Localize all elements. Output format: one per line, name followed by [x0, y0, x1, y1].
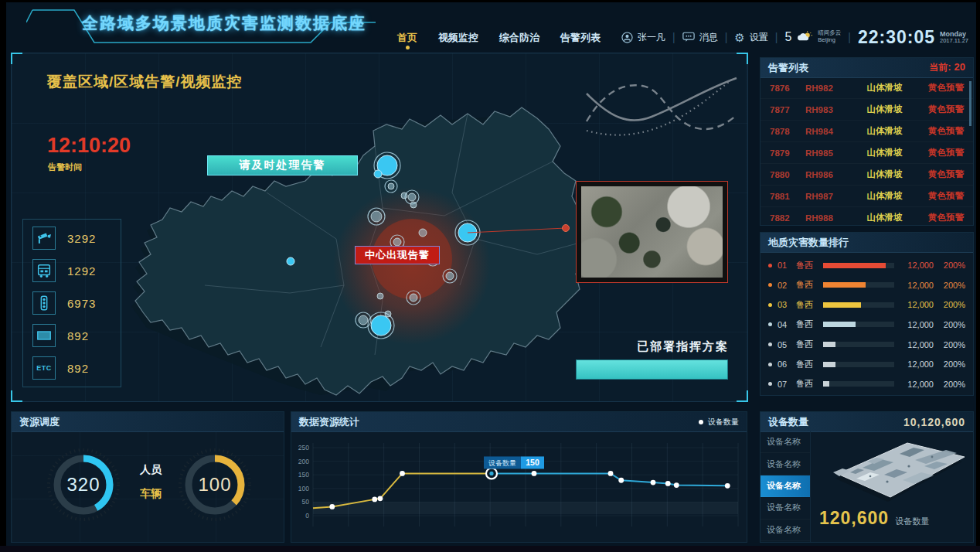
rank-dot-icon: [768, 303, 772, 307]
svg-text:50: 50: [302, 498, 310, 506]
rank-dot-icon: [768, 342, 772, 346]
device-count-panel: 设备数量 10,120,600 设备名称设备名称设备名称设备名称设备名称: [760, 411, 974, 543]
device-menu-item-0[interactable]: 设备名称: [761, 431, 810, 453]
alarm-list-title: 告警列表: [768, 61, 808, 75]
device-menu-item-3[interactable]: 设备名称: [761, 497, 810, 519]
rank-dot-icon: [768, 363, 772, 366]
stat-row: 892: [32, 324, 111, 347]
main-nav: 首页视频监控综合防治告警列表: [397, 31, 601, 45]
deployed-plan-label: 已部署指挥方案: [506, 339, 729, 354]
alarm-row[interactable]: 7882RH988山体滑坡黄色预警: [761, 207, 973, 225]
gauge-label: 车辆: [126, 487, 175, 501]
alarm-list-panel: 告警列表 当前:20 7876RH982山体滑坡黄色预警7877RH983山体滑…: [760, 57, 974, 226]
stat-row: ETC892: [32, 356, 111, 380]
disaster-video-thumbnail[interactable]: [576, 181, 728, 283]
svg-text:250: 250: [298, 444, 309, 451]
stat-row: 1292: [32, 259, 111, 282]
separator: |: [775, 31, 778, 43]
alarm-row[interactable]: 7876RH982山体滑坡黄色预警: [761, 77, 973, 99]
svg-text:150: 150: [298, 471, 309, 479]
alarm-time: 12:10:20: [47, 134, 131, 158]
chart-legend: 设备数量: [699, 417, 739, 428]
ranking-row: 03鲁西12,000200%: [768, 297, 965, 312]
device-stats-box: 329212926973892ETC892: [22, 219, 121, 387]
traffic-light-icon: [32, 291, 56, 315]
ranking-title: 地质灾害数量排行: [768, 236, 849, 250]
nav-item-1[interactable]: 视频监控: [438, 31, 478, 45]
disaster-ranking-panel: 地质灾害数量排行 01鲁西12,000200%02鲁西12,000200%03鲁…: [760, 232, 974, 396]
separator: |: [672, 31, 675, 43]
svg-text:0: 0: [305, 512, 309, 520]
messages-button[interactable]: 消息: [682, 31, 718, 44]
ranking-row: 04鲁西12,000200%: [768, 317, 965, 332]
gauge-label: 人员: [126, 463, 175, 477]
device-count-label: 设备数量: [895, 516, 929, 527]
svg-text:200: 200: [298, 458, 309, 465]
scrollbar[interactable]: [969, 81, 971, 126]
clock-time: 22:30:05: [858, 27, 935, 48]
device-menu-item-1[interactable]: 设备名称: [761, 453, 810, 475]
gauge-value: 100: [176, 446, 254, 523]
circuit-board-3d: [816, 434, 969, 508]
stat-row: 6973: [32, 291, 111, 315]
device-total: 10,120,600: [903, 416, 965, 428]
display-icon: [32, 324, 56, 347]
resource-title: 资源调度: [19, 415, 60, 429]
weather-desc: 晴间多云Beijing: [818, 30, 841, 43]
gauge-value: 320: [45, 446, 122, 523]
stat-value: 1292: [67, 264, 96, 278]
alarm-row[interactable]: 7879RH985山体滑坡黄色预警: [761, 142, 973, 164]
user-menu[interactable]: 张一凡: [621, 31, 665, 44]
header-right: 张一凡 | 消息 | ⚙ 设置 | 5 晴间多云Beiji: [621, 26, 968, 49]
device-menu-item-2[interactable]: 设备名称: [761, 475, 810, 497]
ranking-row: 06鲁西12,000200%: [768, 356, 965, 372]
device-menu-item-4[interactable]: 设备名称: [761, 520, 810, 541]
alarm-rows: 7876RH982山体滑坡黄色预警7877RH983山体滑坡黄色预警7878RH…: [761, 77, 973, 225]
device-count-value: 120,600: [819, 508, 889, 529]
stat-value: 892: [67, 329, 89, 342]
ranking-row: 01鲁西12,000200%: [768, 257, 965, 273]
ranking-rows: 01鲁西12,000200%02鲁西12,000200%03鲁西12,00020…: [761, 257, 973, 392]
clock-date: Monday 2017.11.27: [940, 30, 968, 45]
header: 全路域多场景地质灾害监测数据底座 首页视频监控综合防治告警列表 张一凡 | 消息…: [6, 2, 976, 49]
svg-text:设备数量: 设备数量: [488, 459, 516, 467]
stat-value: 6973: [67, 297, 96, 310]
alarm-row[interactable]: 7880RH986山体滑坡黄色预警: [761, 164, 973, 186]
device-menu: 设备名称设备名称设备名称设备名称设备名称: [761, 431, 811, 542]
stat-row: 3292: [32, 227, 111, 250]
device-title: 设备数量: [768, 415, 808, 429]
weather-widget: 5 晴间多云Beijing: [784, 30, 841, 44]
message-icon: [682, 32, 695, 43]
rank-dot-icon: [768, 382, 772, 386]
alarm-row[interactable]: 7881RH987山体滑坡黄色预警: [761, 186, 973, 207]
line-chart: 050100150200250设备数量150: [291, 431, 745, 540]
user-avatar-icon: [621, 32, 633, 43]
bottom-strip: [0, 546, 980, 552]
deployed-plan-progress: [576, 359, 728, 380]
cloud-sun-icon: [796, 31, 813, 43]
ranking-row: 05鲁西12,000200%: [768, 337, 965, 353]
trend-curves-decoration: [580, 69, 744, 155]
gear-icon: ⚙: [734, 32, 744, 43]
gauge-labels: 人员车辆: [126, 463, 175, 501]
chart-title: 数据资源统计: [299, 415, 359, 429]
alarm-row[interactable]: 7878RH984山体滑坡黄色预警: [761, 121, 973, 142]
cctv-camera-icon: [32, 227, 56, 250]
nav-item-2[interactable]: 综合防治: [499, 31, 539, 45]
ranking-row: 02鲁西12,000200%: [768, 278, 965, 293]
svg-text:100: 100: [298, 485, 309, 492]
gauge-personnel: 320: [45, 446, 122, 523]
alert-zone: [333, 187, 491, 345]
warning-banner: 请及时处理告警: [207, 155, 358, 175]
nav-item-0[interactable]: 首页: [397, 31, 417, 45]
weather-temp: 5: [784, 30, 791, 44]
alarm-row[interactable]: 7877RH983山体滑坡黄色预警: [761, 99, 973, 121]
bus-icon: [32, 259, 56, 282]
alarm-time-label: 告警时间: [48, 162, 82, 173]
alarm-current-count: 当前:20: [930, 61, 965, 74]
data-resource-chart-panel: 数据资源统计 设备数量 050100150200250设备数量150: [291, 411, 747, 543]
nav-item-3[interactable]: 告警列表: [560, 31, 601, 45]
rank-dot-icon: [768, 283, 772, 287]
settings-button[interactable]: ⚙ 设置: [734, 31, 767, 44]
center-alert-label: 中心出现告警: [355, 246, 440, 264]
